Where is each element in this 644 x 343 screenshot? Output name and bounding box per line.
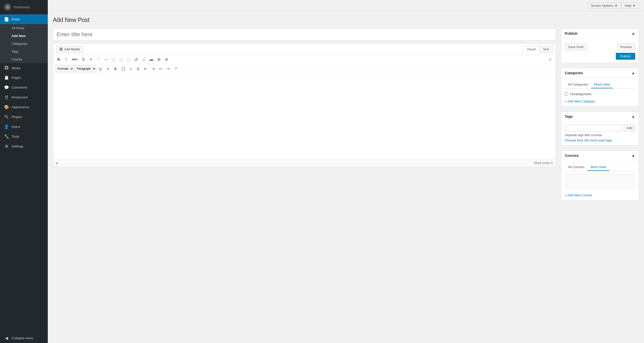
courses-panel-header[interactable]: Courses ▲ — [561, 151, 639, 161]
course-label: Course — [12, 57, 22, 61]
align-left-button[interactable]: ⬚ — [110, 56, 117, 63]
collapse-label: Collapse menu — [12, 336, 33, 340]
paragraph-select[interactable]: Paragraph — [74, 65, 96, 72]
help-chevron: ▼ — [632, 4, 636, 8]
tags-panel-header[interactable]: Tags ▲ — [561, 112, 639, 122]
collapse-icon: ◀ — [4, 336, 9, 340]
indent-button[interactable]: ⇥ — [150, 65, 157, 72]
sidebar-subitem-tags[interactable]: Tags — [0, 48, 48, 55]
media-icon: 🖼 — [4, 66, 9, 70]
sidebar-dashboard-item[interactable]: ⊞ Dashboard — [0, 0, 48, 14]
publish-panel: Publish ▲ Save Draft Preview — [561, 28, 639, 63]
all-categories-tab[interactable]: All Categories — [565, 81, 591, 88]
sidebar-item-posts[interactable]: 📄 Posts — [0, 14, 48, 24]
publish-button[interactable]: Publish — [616, 53, 635, 60]
underline-button[interactable]: U — [97, 65, 104, 72]
unlink-button[interactable]: 🔗 — [140, 56, 147, 63]
collapse-menu-button[interactable]: ◀ Collapse menu — [0, 333, 48, 343]
tools-icon: 🔧 — [4, 134, 9, 139]
justify-button[interactable]: ≡ — [104, 65, 111, 72]
topbar: Screen Options ▼ Help ▼ — [48, 0, 644, 12]
sidebar-item-users[interactable]: 👤 Users — [0, 122, 48, 132]
sidebar-item-pages[interactable]: 📋 Pages — [0, 73, 48, 83]
most-used-categories-tab[interactable]: Most Used — [591, 81, 613, 88]
help-toolbar-button[interactable]: ? — [172, 65, 179, 72]
ul-button[interactable]: ☰ — [80, 56, 87, 63]
link-button[interactable]: 🔗 — [133, 56, 140, 63]
text-color-button[interactable]: A — [112, 65, 119, 72]
screen-options-button[interactable]: Screen Options ▼ — [588, 3, 621, 9]
hr-button[interactable]: — — [103, 56, 110, 63]
tags-panel: Tags ▲ Add Separate tags with commas Cho — [561, 111, 639, 145]
sidebar-item-restaurant[interactable]: 🍴 Restaurant — [0, 92, 48, 102]
courses-toggle-icon: ▲ — [631, 153, 635, 158]
eraser-button[interactable]: ◇ — [127, 65, 134, 72]
courses-panel-body: All Courses Most Used + Add New Course — [561, 161, 639, 200]
sidebar-item-plugins[interactable]: 🔌 Plugins — [0, 112, 48, 122]
outdent-button[interactable]: ⇤ — [142, 65, 149, 72]
add-button[interactable]: ⊕ — [163, 56, 170, 63]
visual-tab[interactable]: Visual — [523, 46, 539, 53]
help-button[interactable]: Help ▼ — [621, 3, 639, 9]
all-courses-tab[interactable]: All Courses — [565, 164, 587, 171]
sidebar-subitem-all-posts[interactable]: All Posts — [0, 24, 48, 32]
bold-button[interactable]: B — [55, 56, 62, 63]
table-button[interactable]: ⊞ — [155, 56, 163, 63]
appearance-label: Appearance — [12, 105, 29, 109]
blockquote-button[interactable]: " — [95, 56, 102, 63]
add-media-button[interactable]: 🖼 Add Media — [56, 46, 83, 53]
most-used-courses-tab[interactable]: Most Used — [587, 164, 609, 171]
italic-button[interactable]: I — [63, 56, 70, 63]
sidebar-item-settings[interactable]: ⚙ Settings — [0, 141, 48, 151]
categories-title: Categories — [565, 71, 583, 75]
all-posts-label: All Posts — [12, 26, 24, 30]
formats-select[interactable]: Formats — [55, 65, 74, 72]
redo-button[interactable]: ↪ — [165, 65, 172, 72]
align-center-button[interactable]: ⬚ — [118, 56, 125, 63]
tags-hint: Separate tags with commas — [565, 133, 635, 137]
add-new-course-link[interactable]: + Add New Course — [565, 193, 592, 197]
sidebar-subitem-course[interactable]: Course — [0, 55, 48, 63]
tags-label: Tags — [12, 50, 18, 53]
sidebar-item-comments[interactable]: 💬 Comments — [0, 83, 48, 92]
courses-list-area — [565, 174, 635, 189]
post-title-input[interactable] — [53, 28, 556, 41]
sidebar-subitem-categories[interactable]: Categories — [0, 40, 48, 48]
tags-input[interactable] — [565, 125, 622, 131]
choose-tags-link[interactable]: Choose from the most used tags — [565, 138, 612, 142]
align-right-button[interactable]: ⬚ — [125, 56, 132, 63]
categories-panel-header[interactable]: Categories ▲ — [561, 68, 639, 78]
tools-label: Tools — [12, 135, 19, 138]
tags-toggle-icon: ▲ — [631, 114, 635, 119]
word-count-area: Word count: 0 — [534, 161, 553, 165]
fullscreen-button[interactable]: ⤢ — [547, 56, 554, 63]
preview-button[interactable]: Preview — [617, 44, 635, 50]
sidebar-item-appearance[interactable]: 🎨 Appearance — [0, 102, 48, 112]
publish-panel-body: Save Draft Preview Publish — [561, 39, 639, 63]
sidebar-item-media[interactable]: 🖼 Media — [0, 63, 48, 73]
word-count-value: 0 — [551, 161, 553, 165]
editor-content[interactable] — [53, 73, 556, 159]
add-tag-button[interactable]: Add — [624, 125, 635, 131]
comments-label: Comments — [12, 86, 27, 89]
sidebar-subitem-add-new[interactable]: Add New — [0, 32, 48, 40]
undo-button[interactable]: ↩ — [157, 65, 164, 72]
wp-more-button[interactable]: ▬ — [148, 56, 155, 63]
category-uncategorized-checkbox[interactable] — [565, 92, 568, 96]
paste-button[interactable]: 📋 — [119, 65, 127, 72]
pages-label: Pages — [12, 76, 21, 80]
omega-button[interactable]: Ω — [135, 65, 142, 72]
add-new-category-link[interactable]: + Add New Category — [565, 99, 595, 103]
ol-button[interactable]: ≡ — [88, 56, 95, 63]
screen-options-chevron: ▼ — [615, 4, 618, 8]
editor-box: 🖼 Add Media Visual Text — [53, 44, 556, 167]
restaurant-icon: 🍴 — [4, 95, 9, 100]
save-draft-button[interactable]: Save Draft — [565, 44, 587, 50]
publish-panel-header[interactable]: Publish ▲ — [561, 29, 639, 39]
word-count-label: Word count: — [534, 161, 550, 165]
add-media-label: Add Media — [64, 47, 80, 51]
sidebar-item-tools[interactable]: 🔧 Tools — [0, 132, 48, 141]
strikethrough-button[interactable]: ABC — [70, 56, 79, 63]
text-tab[interactable]: Text — [539, 46, 553, 53]
editor-tag: p — [56, 161, 58, 165]
